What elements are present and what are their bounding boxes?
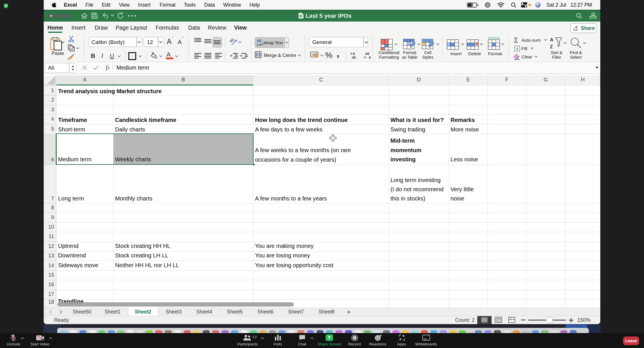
svg-text:.00: .00	[365, 52, 369, 56]
svg-text:A: A	[550, 37, 553, 42]
svg-text:c: c	[257, 42, 259, 47]
svg-text:0: 0	[353, 52, 355, 56]
svg-text:.00: .00	[351, 56, 356, 59]
svg-text:0: 0	[369, 56, 371, 59]
svg-text:Z: Z	[550, 44, 553, 49]
